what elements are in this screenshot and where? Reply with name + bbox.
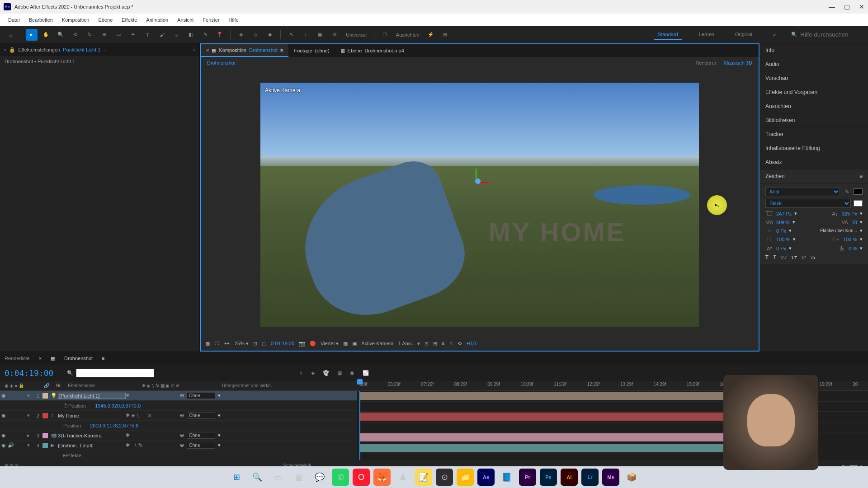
audio-toggle[interactable]: 🔊 <box>7 442 14 448</box>
maximize-button[interactable]: ▢ <box>844 3 850 10</box>
vscale-input[interactable]: 100 % <box>776 237 790 242</box>
property-effekte[interactable]: ▸ Effekte <box>0 450 357 460</box>
taskbar-app-2[interactable]: 📘 <box>498 469 515 486</box>
layer-row-3[interactable]: ◉ ▸ 3 📹 3D-Tracker-Kamera ✱ ⊚Ohne▾ <box>0 431 357 441</box>
timeline-icon[interactable]: ≡ <box>442 341 444 346</box>
taskbar-search[interactable]: 🔍 <box>249 469 266 486</box>
stopwatch-icon[interactable]: ⏱ <box>63 403 68 408</box>
pen-tool[interactable]: ✒ <box>127 29 139 41</box>
timeline-timecode[interactable]: 0:04:19:00 <box>5 368 53 378</box>
zoom-tool[interactable]: 🔍 <box>55 29 66 41</box>
close-button[interactable]: ✕ <box>859 3 864 10</box>
eraser-tool[interactable]: ◧ <box>185 29 197 41</box>
taskbar-chat[interactable]: 💬 <box>311 469 328 486</box>
menu-fenster[interactable]: Fenster <box>198 17 224 23</box>
axis-world-icon[interactable]: ◇ <box>250 29 261 41</box>
taskbar-whatsapp[interactable]: ✆ <box>332 469 349 486</box>
timeline-search-input[interactable] <box>76 369 154 377</box>
panel-effekte-vorgaben[interactable]: Effekte und Vorgaben <box>760 85 868 99</box>
menu-ebene[interactable]: Ebene <box>94 17 117 23</box>
parent-dropdown[interactable]: Ohne <box>187 392 215 399</box>
brush-tool[interactable]: 🖌 <box>156 29 168 41</box>
taskbar-explorer[interactable]: 📁 <box>457 469 474 486</box>
bounds-icon[interactable]: ▣ <box>314 29 326 41</box>
taskbar-app-1[interactable]: ♟ <box>394 469 411 486</box>
panel-zeichen[interactable]: Zeichen≡ <box>760 169 868 183</box>
eyedropper-icon[interactable]: ✎ <box>843 189 851 195</box>
taskbar-firefox[interactable]: 🦊 <box>373 469 391 486</box>
panel-ausrichten[interactable]: Ausrichten <box>760 99 868 113</box>
stroke-color-swatch[interactable] <box>854 200 863 206</box>
z-axis-handle[interactable] <box>475 178 481 184</box>
snap-checkbox[interactable]: ☐ <box>379 29 391 41</box>
pickwhip-icon[interactable]: ⊚ <box>180 442 184 448</box>
taskbar-aftereffects[interactable]: Ae <box>477 469 495 486</box>
panel-tracker[interactable]: Tracker <box>760 127 868 141</box>
position-value[interactable]: 1945,0,920,0,6770,0 <box>95 403 141 408</box>
transform-gizmo[interactable] <box>467 173 485 191</box>
fill-color-swatch[interactable] <box>854 188 863 195</box>
views-count-dropdown[interactable]: 1 Ansi... ▾ <box>398 341 420 347</box>
layer-row-2[interactable]: ◉ ▾ 2 T My Home ✱ ◈ ∖ ⊙ ⊚Ohne▾ <box>0 411 357 421</box>
axis-view-icon[interactable]: ◆ <box>264 29 276 41</box>
tab-komposition[interactable]: ×▦ Komposition Drohnenshot ≡ <box>201 44 288 57</box>
tab-timeline-comp[interactable]: Drohnenshot <box>64 356 93 361</box>
renderer-value[interactable]: Klassisch 3D <box>723 60 752 66</box>
subscript-button[interactable]: T₁ <box>811 254 816 260</box>
menu-komposition[interactable]: Komposition <box>57 17 94 23</box>
exposure-reset-icon[interactable]: ⟲ <box>458 341 462 347</box>
tab-close-icon[interactable]: × <box>39 356 42 361</box>
clone-tool[interactable]: ⟐ <box>170 29 182 41</box>
rect-tool[interactable]: ▭ <box>113 29 124 41</box>
lock-panel-icon[interactable]: 🔒 <box>9 47 15 53</box>
menu-ansicht[interactable]: Ansicht <box>173 17 198 23</box>
selection-tool[interactable]: ▸ <box>26 29 38 41</box>
snap-grid-icon[interactable]: ⊞ <box>439 29 451 41</box>
transparency-icon[interactable]: ▦ <box>343 341 348 347</box>
twirl-icon[interactable]: ▾ <box>27 413 33 418</box>
tab-renderliste[interactable]: Renderliste <box>5 356 30 361</box>
rotate-tool[interactable]: ↻ <box>84 29 95 41</box>
taskbar-mediaencoder[interactable]: Me <box>602 469 619 486</box>
monitor-icon[interactable]: 🖵 <box>214 341 219 346</box>
taskbar-widgets[interactable]: ▦ <box>290 469 307 486</box>
panel-audio[interactable]: Audio <box>760 57 868 71</box>
help-search-input[interactable] <box>800 31 863 38</box>
viewer-timecode[interactable]: 0:04:19:00 <box>271 341 294 346</box>
menu-animation[interactable]: Animation <box>142 17 173 23</box>
layer-name[interactable]: 3D-Tracker-Kamera <box>58 433 126 438</box>
tab-menu-icon[interactable]: ≡ <box>102 356 104 361</box>
taskbar-lightroom[interactable]: Lr <box>581 469 599 486</box>
menu-bearbeiten[interactable]: Bearbeiten <box>24 17 57 23</box>
taskbar-illustrator[interactable]: Ai <box>561 469 578 486</box>
start-button[interactable]: ⊞ <box>228 469 245 486</box>
home-tool[interactable]: ⌂ <box>5 29 16 41</box>
font-style-dropdown[interactable]: Black <box>765 199 851 208</box>
layer-name[interactable]: [Punktlicht Licht 1] <box>58 393 126 399</box>
baseline-input[interactable]: 0 Px <box>776 246 786 251</box>
anchor-tool[interactable]: ⊕ <box>98 29 110 41</box>
workspace-more[interactable]: » <box>769 30 779 40</box>
property-position[interactable]: ⏱ Position 1945,0,920,0,6770,0 <box>0 401 357 411</box>
visibility-toggle[interactable]: ◉ <box>0 393 7 399</box>
tracking-input[interactable]: 10 <box>852 220 857 225</box>
panel-bibliotheken[interactable]: Bibliotheken <box>760 113 868 127</box>
workspace-original[interactable]: Original <box>731 30 756 40</box>
visibility-toggle[interactable]: ◉ <box>0 413 7 418</box>
text-layer-preview[interactable]: MY HOME <box>488 217 626 247</box>
superscript-button[interactable]: T¹ <box>802 254 806 260</box>
cursor-icon[interactable]: ↖ <box>285 29 297 41</box>
composition-viewport[interactable]: Aktive Kamera MY HOME <box>201 69 759 336</box>
workspace-lernen[interactable]: Lernen <box>695 30 718 40</box>
tab-ebene[interactable]: ▦ Ebene Drohnenshot.mp4 <box>335 44 410 57</box>
hscale-input[interactable]: 100 % <box>843 237 857 242</box>
roto-tool[interactable]: ✎ <box>199 29 211 41</box>
snap-options-icon[interactable]: ⚡ <box>425 29 437 41</box>
timeline-search-icon[interactable]: 🔍 <box>67 370 73 376</box>
comp-breadcrumb[interactable]: Drohnenshot <box>207 60 236 66</box>
property-position[interactable]: Position 2810,9,1178,2,6775,6 <box>0 421 357 431</box>
fast-preview-icon[interactable]: ⊞ <box>433 341 437 347</box>
menu-effekte[interactable]: Effekte <box>117 17 142 23</box>
snapshot-icon[interactable]: 📷 <box>299 341 305 347</box>
zoom-dropdown[interactable]: 25% ▾ <box>235 341 249 347</box>
